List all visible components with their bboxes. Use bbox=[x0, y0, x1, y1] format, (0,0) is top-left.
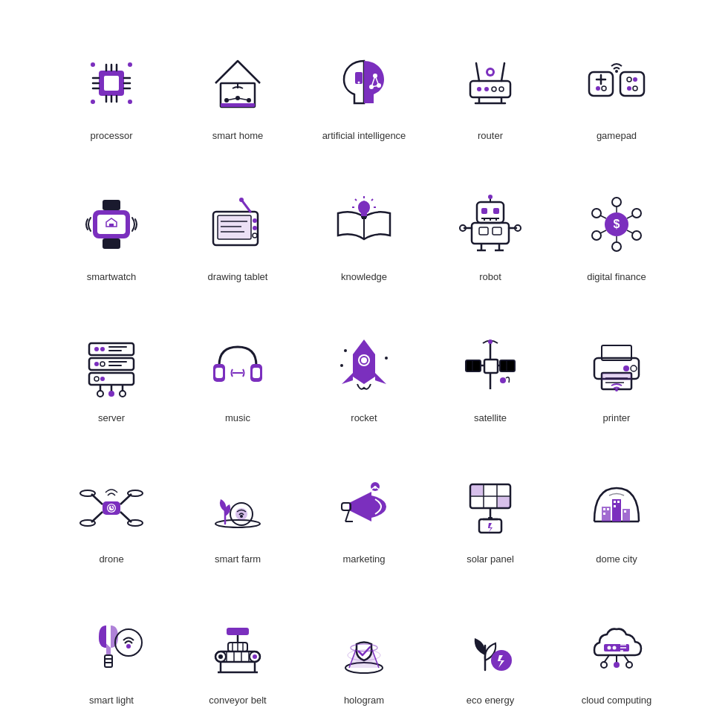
svg-point-120 bbox=[94, 362, 99, 366]
svg-point-123 bbox=[100, 377, 105, 381]
svg-point-106 bbox=[612, 242, 621, 251]
svg-point-176 bbox=[128, 490, 143, 496]
svg-rect-206 bbox=[614, 501, 616, 503]
svg-point-156 bbox=[500, 377, 506, 383]
svg-rect-207 bbox=[617, 501, 620, 503]
svg-point-41 bbox=[492, 87, 496, 91]
svg-line-34 bbox=[476, 63, 479, 81]
svg-point-165 bbox=[615, 389, 618, 391]
icon-cell-knowledge: knowledge bbox=[305, 156, 423, 290]
music-icon bbox=[197, 325, 279, 406]
svg-point-155 bbox=[488, 339, 493, 344]
icon-cell-satellite: satellite bbox=[431, 297, 550, 431]
svg-point-223 bbox=[218, 654, 223, 659]
icon-cell-smartwatch: smartwatch bbox=[52, 156, 171, 290]
svg-rect-61 bbox=[109, 224, 114, 227]
svg-point-53 bbox=[633, 77, 637, 82]
svg-point-56 bbox=[615, 70, 618, 73]
svg-rect-215 bbox=[227, 628, 249, 635]
satellite-icon bbox=[449, 325, 531, 406]
svg-text:$: $ bbox=[614, 218, 620, 230]
svg-point-68 bbox=[253, 218, 257, 223]
svg-rect-1 bbox=[104, 76, 119, 91]
svg-point-105 bbox=[632, 231, 641, 240]
svg-point-104 bbox=[632, 209, 641, 218]
eco-energy-label: eco energy bbox=[467, 695, 514, 706]
svg-point-39 bbox=[477, 87, 481, 91]
svg-point-50 bbox=[602, 86, 606, 91]
svg-rect-201 bbox=[612, 499, 621, 521]
icon-cell-eco-energy: eco energy bbox=[431, 579, 550, 713]
svg-point-131 bbox=[97, 391, 103, 397]
svg-point-122 bbox=[94, 377, 99, 381]
svg-point-38 bbox=[488, 70, 493, 74]
icon-cell-marketing: marketing bbox=[305, 438, 423, 572]
svg-point-103 bbox=[612, 198, 621, 207]
svg-rect-210 bbox=[105, 655, 112, 667]
svg-point-14 bbox=[91, 62, 95, 67]
svg-point-214 bbox=[126, 644, 131, 649]
digital-finance-label: digital finance bbox=[587, 271, 646, 282]
svg-point-186 bbox=[374, 486, 377, 489]
svg-point-16 bbox=[91, 100, 95, 104]
svg-point-141 bbox=[344, 349, 347, 352]
rocket-icon bbox=[323, 325, 405, 406]
svg-point-249 bbox=[601, 662, 607, 668]
svg-line-35 bbox=[501, 63, 504, 81]
svg-point-55 bbox=[633, 86, 637, 91]
printer-label: printer bbox=[603, 412, 631, 423]
svg-point-251 bbox=[626, 662, 632, 668]
printer-icon bbox=[576, 325, 657, 406]
solar-panel-label: solar panel bbox=[467, 553, 514, 565]
icon-grid: processor smart home bbox=[37, 0, 691, 728]
eco-energy-icon bbox=[449, 607, 531, 689]
svg-rect-209 bbox=[624, 510, 626, 513]
svg-line-77 bbox=[355, 199, 357, 201]
svg-rect-198 bbox=[488, 517, 493, 520]
icon-cell-drone: drone bbox=[52, 438, 171, 572]
marketing-icon bbox=[323, 466, 405, 547]
svg-line-110 bbox=[627, 215, 633, 218]
svg-point-241 bbox=[608, 646, 611, 650]
cloud-computing-icon bbox=[576, 607, 657, 689]
svg-point-40 bbox=[484, 87, 489, 91]
svg-rect-90 bbox=[472, 223, 509, 244]
svg-rect-51 bbox=[620, 72, 644, 96]
smart-farm-label: smart farm bbox=[215, 553, 261, 565]
svg-point-108 bbox=[592, 209, 601, 218]
svg-rect-83 bbox=[493, 208, 499, 214]
svg-point-70 bbox=[253, 233, 257, 238]
cloud-computing-label: cloud computing bbox=[582, 695, 652, 706]
drawing-tablet-label: drawing tablet bbox=[208, 271, 268, 282]
svg-point-225 bbox=[253, 654, 257, 659]
svg-rect-63 bbox=[218, 215, 251, 239]
svg-rect-36 bbox=[470, 81, 510, 97]
dome-city-label: dome city bbox=[596, 553, 637, 565]
svg-point-72 bbox=[239, 198, 244, 202]
svg-point-49 bbox=[596, 86, 600, 91]
svg-point-54 bbox=[627, 86, 631, 91]
processor-icon bbox=[71, 42, 152, 124]
svg-line-113 bbox=[600, 230, 606, 233]
svg-point-33 bbox=[358, 82, 360, 84]
svg-point-52 bbox=[627, 77, 631, 82]
svg-point-250 bbox=[614, 662, 620, 668]
svg-point-182 bbox=[240, 515, 243, 518]
svg-rect-152 bbox=[500, 360, 515, 371]
knowledge-label: knowledge bbox=[341, 271, 387, 282]
svg-point-69 bbox=[253, 226, 257, 230]
knowledge-icon bbox=[323, 183, 405, 265]
smartwatch-icon bbox=[71, 183, 152, 265]
icon-cell-conveyor-belt: conveyor belt bbox=[178, 579, 297, 713]
icon-cell-processor: processor bbox=[52, 15, 171, 149]
server-label: server bbox=[98, 412, 125, 423]
svg-rect-200 bbox=[602, 507, 611, 521]
svg-point-179 bbox=[215, 520, 260, 527]
rocket-label: rocket bbox=[351, 412, 377, 423]
icon-cell-gamepad: gamepad bbox=[557, 15, 676, 149]
svg-rect-144 bbox=[484, 360, 498, 373]
drawing-tablet-icon bbox=[197, 183, 279, 265]
svg-point-242 bbox=[613, 646, 617, 650]
svg-point-119 bbox=[100, 347, 105, 351]
svg-rect-82 bbox=[481, 208, 487, 214]
